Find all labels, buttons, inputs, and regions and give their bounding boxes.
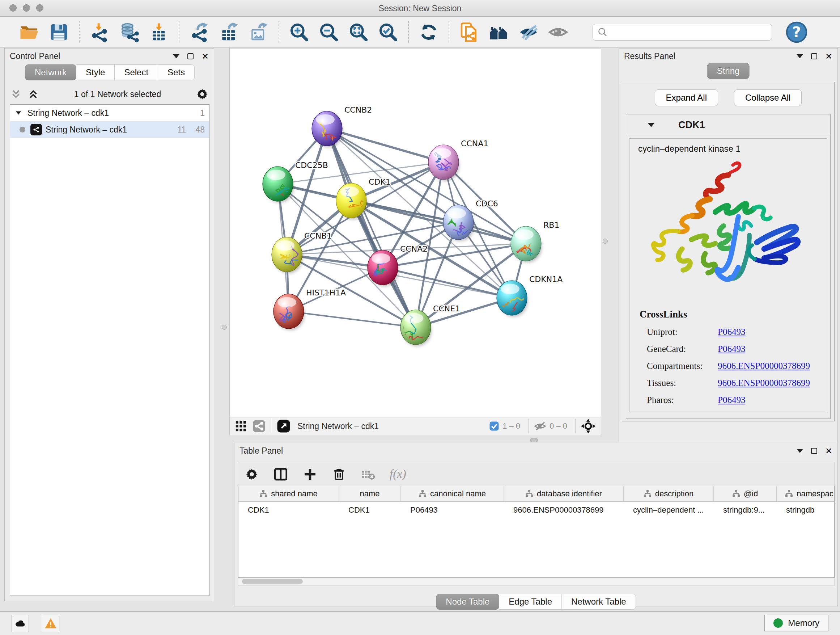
bottom-splitter-handle[interactable]	[530, 438, 538, 442]
zoom-in-button[interactable]	[287, 21, 311, 44]
network-collection-row[interactable]: String Network – cdk1 1	[10, 105, 209, 121]
tab-style[interactable]: Style	[76, 65, 115, 80]
expand-all-chevron-icon[interactable]	[27, 88, 39, 100]
tab-sets[interactable]: Sets	[158, 65, 195, 80]
table-horizontal-scrollbar[interactable]	[238, 578, 835, 586]
network-options-gear-icon[interactable]	[196, 88, 209, 101]
network-graph[interactable]: CCNB2CCNA1CDC25BCDK1CDC6RB1CCNB1CCNA2CDK…	[230, 49, 601, 417]
delete-column-trash-icon[interactable]	[332, 467, 346, 481]
search-input[interactable]	[608, 27, 760, 37]
tab-network[interactable]: Network	[25, 65, 76, 80]
crosslink-link[interactable]: P06493	[718, 344, 745, 354]
column-label: description	[655, 489, 693, 499]
show-all-button[interactable]	[546, 21, 570, 44]
window-title: Session: New Session	[0, 4, 840, 13]
edges[interactable]	[278, 128, 526, 327]
column-label: namespac	[797, 489, 834, 499]
column-header-name[interactable]: name	[339, 486, 401, 501]
panel-float-icon[interactable]	[811, 53, 817, 59]
crosslink-label: Tissues:	[647, 378, 718, 388]
table-options-gear-icon[interactable]	[245, 467, 259, 481]
node-CDKN1A[interactable]: CDKN1A	[497, 275, 562, 321]
birds-eye-navigator-icon[interactable]	[581, 418, 596, 434]
node-table[interactable]: shared namenamecanonical namedatabase id…	[238, 486, 835, 578]
refresh-view-button[interactable]	[417, 21, 440, 44]
node-CCNE1[interactable]: CCNE1	[401, 304, 460, 346]
memory-status-dot-icon	[774, 618, 783, 628]
column-header-database-identifier[interactable]: database identifier	[504, 486, 624, 501]
table-row[interactable]: CDK1CDK1P064939606.ENSP00000378699cyclin…	[238, 502, 834, 518]
expand-all-button[interactable]: Expand All	[655, 89, 718, 106]
clone-network-button[interactable]	[458, 21, 481, 44]
gene-collapse-icon[interactable]	[648, 123, 654, 127]
crosslink-link[interactable]: P06493	[718, 327, 745, 337]
grid-view-icon[interactable]	[235, 420, 247, 432]
memory-button[interactable]: Memory	[764, 615, 829, 631]
hide-selected-button[interactable]	[517, 21, 540, 44]
scrollbar-thumb[interactable]	[242, 579, 303, 584]
crosslink-link[interactable]: 9606.ENSP00000378699	[718, 361, 810, 371]
warnings-button[interactable]	[42, 615, 59, 632]
export-table-button[interactable]	[218, 21, 240, 44]
export-network-button[interactable]	[188, 21, 211, 44]
zoom-out-button[interactable]	[317, 21, 340, 44]
cloud-status-button[interactable]	[11, 615, 29, 632]
edge-CCNB2-CCNE1[interactable]	[327, 128, 416, 327]
panel-float-icon[interactable]	[187, 53, 194, 59]
toolbar-separator	[528, 419, 529, 433]
string-view-icon[interactable]	[252, 419, 266, 433]
string-network-icon	[30, 124, 42, 135]
selected-checkbox-icon[interactable]	[489, 421, 500, 432]
collection-expand-icon[interactable]	[14, 109, 22, 117]
column-header-namespac[interactable]: namespac	[777, 486, 835, 501]
zoom-fit-button[interactable]	[347, 21, 370, 44]
node-HIST1H1A[interactable]: HIST1H1A	[273, 288, 346, 330]
save-session-button[interactable]	[47, 21, 71, 44]
show-columns-icon[interactable]	[273, 467, 288, 482]
panel-close-icon[interactable]: ✕	[202, 53, 209, 59]
gene-section-header[interactable]: CDK1	[626, 114, 830, 136]
create-column-plus-icon[interactable]	[303, 467, 317, 481]
crosslink-link[interactable]: P06493	[718, 395, 745, 405]
tab-select[interactable]: Select	[115, 65, 158, 80]
import-network-database-button[interactable]	[118, 21, 141, 44]
first-neighbors-button[interactable]	[487, 21, 510, 44]
node-CCNA1[interactable]: CCNA1	[428, 139, 488, 181]
node-RB1[interactable]: RB1	[511, 220, 559, 263]
import-table-button[interactable]	[147, 21, 171, 44]
export-image-button[interactable]	[247, 21, 270, 44]
panel-menu-icon[interactable]	[173, 54, 180, 58]
panel-close-icon[interactable]: ✕	[825, 448, 832, 454]
column-header-shared-name[interactable]: shared name	[238, 486, 339, 501]
open-session-button[interactable]	[18, 21, 41, 44]
right-splitter-handle[interactable]	[603, 239, 608, 244]
results-panel-title: Results Panel	[624, 51, 676, 61]
collapse-all-chevron-icon[interactable]	[10, 88, 22, 100]
main-toolbar: ?	[0, 17, 840, 48]
panel-close-icon[interactable]: ✕	[825, 53, 832, 59]
panel-menu-icon[interactable]	[797, 449, 803, 453]
table-cell: stringdb	[777, 502, 835, 518]
edge-CCNA2-CDKN1A[interactable]	[383, 268, 512, 298]
import-network-file-button[interactable]	[88, 21, 111, 44]
panel-float-icon[interactable]	[811, 448, 817, 454]
left-splitter-handle[interactable]	[222, 325, 227, 330]
open-in-window-icon[interactable]	[276, 419, 291, 433]
network-row[interactable]: String Network – cdk1 11 48	[10, 121, 209, 138]
column-header-canonical-name[interactable]: canonical name	[401, 486, 504, 501]
crosslink-link[interactable]: 9606.ENSP00000378699	[718, 378, 810, 388]
network-canvas[interactable]: CCNB2CCNA1CDC25BCDK1CDC6RB1CCNB1CCNA2CDK…	[229, 48, 601, 417]
collection-count: 1	[200, 108, 205, 118]
edge-HIST1H1A-CCNE1[interactable]	[289, 311, 416, 327]
panel-menu-icon[interactable]	[797, 54, 803, 58]
column-header-description[interactable]: description	[624, 486, 714, 501]
collapse-all-button[interactable]: Collapse All	[734, 89, 802, 106]
tab-edge-table[interactable]: Edge Table	[499, 594, 562, 610]
tab-string[interactable]: String	[707, 63, 750, 79]
column-header--id[interactable]: @id	[714, 486, 777, 501]
tab-network-table[interactable]: Network Table	[562, 594, 636, 610]
edge-CCNB2-CCNA1[interactable]	[327, 128, 444, 162]
tab-node-table[interactable]: Node Table	[436, 594, 499, 610]
help-button[interactable]: ?	[785, 21, 808, 44]
zoom-selected-button[interactable]	[377, 21, 400, 44]
